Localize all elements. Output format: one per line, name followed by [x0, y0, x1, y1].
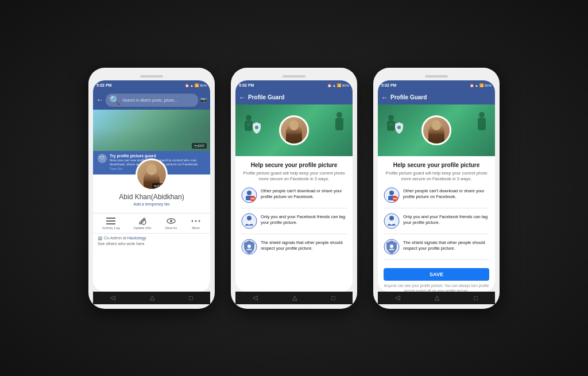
svg-point-19 — [242, 214, 257, 228]
pg-feature-1-3: Other people can't download or share you… — [384, 187, 489, 208]
pg-main-title-2: Help secure your profile picture — [241, 162, 347, 168]
action-more[interactable]: More — [191, 217, 201, 230]
home-nav-icon-2[interactable]: △ — [292, 294, 297, 301]
svg-point-6 — [192, 220, 194, 222]
search-bar[interactable]: 🔍 Search in Abid's posts, photo... — [106, 94, 198, 107]
phone-speaker-1 — [140, 75, 163, 77]
update-info-label: Update Info — [133, 226, 151, 230]
dots-icon — [191, 217, 201, 225]
feature-text-1-3: Other people can't download or share you… — [403, 187, 489, 200]
add-bio-link[interactable]: Add a temporary bio — [98, 202, 206, 206]
profile-edit-btn[interactable]: 📷 EDIT — [152, 183, 166, 189]
pg-feature-3-2: The shield signals that other people sho… — [241, 239, 347, 259]
svg-point-24 — [247, 245, 251, 248]
hero-figure-right — [333, 110, 346, 133]
shield-left-icon-3 — [394, 122, 404, 137]
battery-1: 80% — [200, 84, 207, 87]
home-nav-icon-3[interactable]: △ — [435, 294, 439, 301]
save-notice: Anyone can see your profile picture. You… — [384, 283, 489, 292]
svg-point-15 — [247, 191, 252, 195]
phone-2: 5:02 PM ⏰ ▲ 📶 80% ← Profile Guard — [231, 68, 357, 309]
feature-text-3-3: The shield signals that other people sho… — [403, 239, 489, 252]
notice-title: Try profile picture guard — [110, 154, 206, 158]
svg-point-7 — [195, 220, 197, 222]
svg-rect-22 — [249, 222, 250, 225]
phone-nav-bar-1: ◁ △ □ — [93, 292, 210, 304]
phone-3: 5:02 PM ⏰ ▲ 📶 80% ← Profile Guard — [373, 68, 500, 309]
work-place-link[interactable]: Hackology — [127, 236, 146, 240]
search-icon: 🔍 — [109, 95, 121, 106]
camera-edit-icon: 📷 — [154, 184, 157, 188]
pg-hero-2 — [235, 104, 353, 156]
shield-signal-icon-3 — [384, 239, 400, 255]
recent-nav-icon-3[interactable]: □ — [474, 294, 478, 301]
feature-text-2-3: Only you and your Facebook friends can t… — [403, 213, 489, 226]
phone-speaker-2 — [283, 75, 305, 77]
pg-main-title-3: Help secure your profile picture — [384, 162, 489, 168]
svg-point-40 — [390, 245, 393, 248]
download-block-icon-3 — [384, 187, 400, 203]
svg-rect-34 — [393, 198, 397, 199]
svg-rect-18 — [251, 198, 254, 199]
recent-nav-icon-1[interactable]: □ — [189, 294, 193, 301]
status-time-2: 5:02 PM — [239, 83, 254, 87]
camera-small-icon: 📷 — [194, 144, 198, 148]
profile-pic-1: 📷 EDIT — [136, 158, 168, 191]
pg-feature-2-2: Only you and your Facebook friends can t… — [241, 213, 347, 234]
status-time-1: 5:02 PM — [96, 83, 111, 87]
wifi-icon-3: 📶 — [479, 83, 483, 87]
profile-pic-wrapper: 📷 EDIT — [98, 158, 206, 191]
pg-feature-3-3: The shield signals that other people sho… — [384, 239, 489, 260]
cover-edit-btn[interactable]: 📷 EDIT — [192, 143, 207, 149]
feature-text-3-2: The shield signals that other people sho… — [261, 239, 347, 252]
svg-point-36 — [389, 216, 394, 220]
back-arrow-3[interactable]: ← — [381, 94, 388, 102]
wifi-icon-1: 📶 — [195, 83, 199, 87]
save-button[interactable]: SAVE — [384, 268, 489, 281]
signal-icon-3: ▲ — [475, 84, 478, 87]
tag-icon-2 — [241, 213, 257, 229]
action-view-as[interactable]: View As — [165, 217, 177, 230]
status-bar-2: 5:02 PM ⏰ ▲ 📶 80% — [235, 80, 353, 91]
pg-main-subtitle-3: Profile picture guard will help keep you… — [384, 170, 489, 183]
pg-title-header-3: Profile Guard — [390, 94, 492, 100]
pg-title-header-2: Profile Guard — [248, 94, 349, 100]
phone-top-bar-2 — [235, 72, 353, 80]
phone-top-bar-3 — [378, 72, 495, 80]
feature-text-1-2: Other people can't download or share you… — [261, 187, 347, 200]
shield-signal-icon-2 — [241, 239, 257, 255]
battery-3: 80% — [485, 84, 492, 87]
action-activity-log[interactable]: Activity Log — [102, 217, 120, 230]
download-block-icon-2 — [241, 187, 257, 203]
back-nav-icon-2[interactable]: ◁ — [253, 294, 257, 301]
list-icon — [106, 217, 116, 225]
camera-icon[interactable]: 📷 — [200, 97, 207, 103]
pg-header-3: ← Profile Guard — [378, 91, 495, 104]
back-nav-icon-1[interactable]: ◁ — [110, 294, 115, 301]
pg-body-2: Help secure your profile picture Profile… — [235, 156, 353, 292]
back-arrow-1[interactable]: ← — [96, 96, 103, 104]
feature-text-2-2: Only you and your Facebook friends can t… — [261, 213, 347, 226]
svg-point-20 — [247, 216, 252, 220]
status-bar-3: 5:02 PM ⏰ ▲ 📶 80% — [378, 80, 495, 91]
status-icons-1: ⏰ ▲ 📶 80% — [185, 83, 207, 87]
back-arrow-2[interactable]: ← — [239, 94, 246, 102]
clock-icon-3: ⏰ — [470, 83, 474, 87]
clock-icon-1: ⏰ — [185, 83, 189, 87]
phones-container: 5:02 PM ⏰ ▲ 📶 80% ← 🔍 Search in Abid's p… — [88, 68, 500, 309]
pg-feature-2-3: Only you and your Facebook friends can t… — [384, 213, 489, 234]
svg-point-31 — [389, 191, 394, 195]
shield-left-icon — [252, 122, 262, 137]
svg-point-11 — [255, 126, 258, 129]
profile-name: Abid Khan(Abidkhan) — [98, 193, 206, 201]
home-nav-icon-1[interactable]: △ — [150, 294, 154, 301]
signal-icon-2: ▲ — [332, 84, 336, 87]
svg-rect-0 — [106, 218, 115, 219]
recent-nav-icon-2[interactable]: □ — [331, 294, 335, 301]
see-others[interactable]: See others who work here — [98, 242, 206, 246]
back-nav-icon-3[interactable]: ◁ — [395, 294, 400, 301]
pencil-icon — [137, 217, 148, 225]
action-update-info[interactable]: Update Info — [133, 217, 151, 230]
pg-header-2: ← Profile Guard — [235, 91, 353, 104]
pg-hero-3 — [378, 104, 495, 156]
